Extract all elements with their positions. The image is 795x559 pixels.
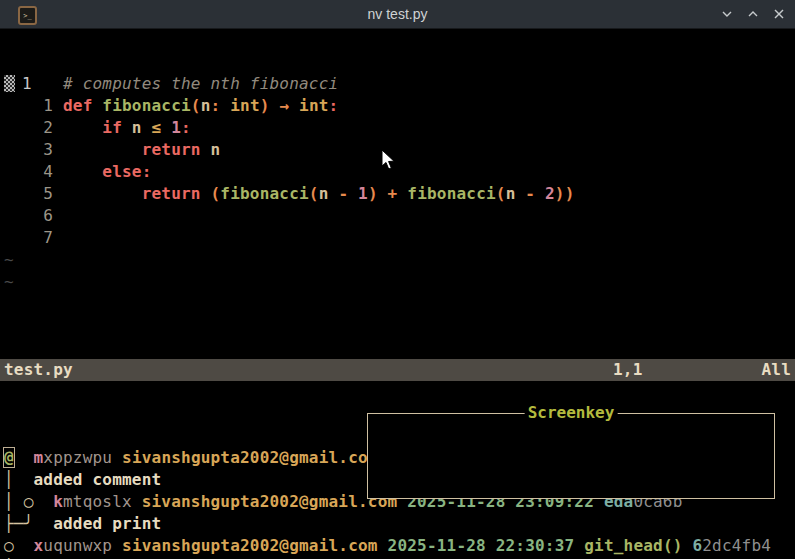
- statusline-filename: test.py: [4, 359, 73, 381]
- window-title: nv test.py: [0, 6, 795, 22]
- statusline-cursor-position: 1,1: [613, 359, 643, 381]
- screenkey-title: Screenkey: [525, 403, 618, 423]
- editor-line[interactable]: 6: [0, 205, 795, 227]
- text-content: if n ≤ 1:: [63, 117, 191, 139]
- minimize-button[interactable]: [719, 6, 735, 22]
- line-number: 5: [4, 183, 63, 205]
- current-line-number: 1: [4, 73, 63, 95]
- line-number: 3: [4, 139, 63, 161]
- text-content: else:: [63, 161, 152, 183]
- line-number: 1: [4, 95, 63, 117]
- line-number: 7: [4, 227, 63, 249]
- editor-line[interactable]: 1def fibonacci(n: int) → int:: [0, 95, 795, 117]
- close-icon: [772, 7, 786, 21]
- text-content: # computes the nth fibonacci: [63, 73, 338, 95]
- titlebar: >_ nv test.py: [0, 0, 795, 29]
- editor-line[interactable]: 3 return n: [0, 139, 795, 161]
- editor-line[interactable]: 1# computes the nth fibonacci: [0, 73, 795, 95]
- log-row[interactable]: ├─╯ added print: [0, 513, 795, 535]
- editor-line[interactable]: ~: [0, 249, 795, 271]
- editor-line[interactable]: 5 return (fibonacci(n - 1) + fibonacci(n…: [0, 183, 795, 205]
- screenkey-overlay: Screenkey: [367, 413, 775, 499]
- close-button[interactable]: [771, 6, 787, 22]
- text-content: ○ xuqunwxp sivanshgupta2002@gmail.com 20…: [4, 535, 771, 557]
- editor-pane: 1# computes the nth fibonacci1def fibona…: [0, 73, 795, 293]
- line-number: 4: [4, 161, 63, 183]
- chevron-down-icon: [720, 7, 734, 21]
- maximize-button[interactable]: [745, 6, 761, 22]
- log-row[interactable]: ○ xuqunwxp sivanshgupta2002@gmail.com 20…: [0, 535, 795, 557]
- text-content: ~: [4, 271, 14, 293]
- statusline-scroll-indicator: All: [762, 359, 792, 381]
- window-controls: [719, 0, 787, 28]
- chevron-up-icon: [746, 7, 760, 21]
- line-number: 6: [4, 205, 63, 227]
- line-number: 2: [4, 117, 63, 139]
- text-content: return (fibonacci(n - 1) + fibonacci(n -…: [63, 183, 575, 205]
- text-content: ~: [4, 249, 14, 271]
- editor-line[interactable]: 4 else:: [0, 161, 795, 183]
- editor-statusline: test.py 1,1 All: [0, 359, 795, 381]
- editor-line[interactable]: 2 if n ≤ 1:: [0, 117, 795, 139]
- text-content: return n: [63, 139, 220, 161]
- cursor-block: [4, 75, 15, 92]
- editor-line[interactable]: ~: [0, 271, 795, 293]
- text-content: def fibonacci(n: int) → int:: [63, 95, 338, 117]
- text-content: │ added comment: [4, 469, 161, 491]
- editor-line[interactable]: 7: [0, 227, 795, 249]
- text-content: ├─╯ added print: [4, 513, 161, 535]
- terminal-icon: >_: [18, 6, 37, 25]
